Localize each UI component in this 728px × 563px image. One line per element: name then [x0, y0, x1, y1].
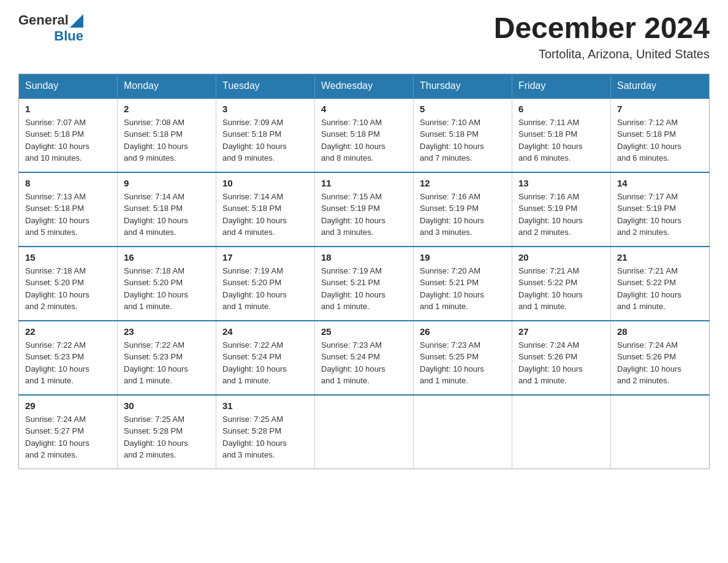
day-info: Sunrise: 7:07 AM Sunset: 5:18 PM Dayligh…: [25, 117, 111, 164]
calendar-day-cell: 28 Sunrise: 7:24 AM Sunset: 5:26 PM Dayl…: [611, 321, 710, 395]
calendar-day-cell: 10 Sunrise: 7:14 AM Sunset: 5:18 PM Dayl…: [216, 172, 315, 247]
calendar-day-cell: [315, 395, 414, 469]
day-number: 6: [518, 104, 604, 114]
calendar-table: Sunday Monday Tuesday Wednesday Thursday…: [18, 74, 710, 469]
day-number: 2: [124, 104, 210, 114]
day-number: 21: [617, 252, 703, 262]
calendar-day-cell: 2 Sunrise: 7:08 AM Sunset: 5:18 PM Dayli…: [118, 98, 216, 172]
day-info: Sunrise: 7:14 AM Sunset: 5:18 PM Dayligh…: [222, 191, 308, 239]
day-info: Sunrise: 7:16 AM Sunset: 5:19 PM Dayligh…: [420, 191, 506, 239]
day-number: 14: [617, 178, 703, 188]
calendar-day-cell: 4 Sunrise: 7:10 AM Sunset: 5:18 PM Dayli…: [315, 98, 414, 172]
day-info: Sunrise: 7:24 AM Sunset: 5:26 PM Dayligh…: [617, 339, 703, 387]
col-monday: Monday: [118, 74, 216, 98]
day-info: Sunrise: 7:14 AM Sunset: 5:18 PM Dayligh…: [124, 191, 210, 239]
day-info: Sunrise: 7:10 AM Sunset: 5:18 PM Dayligh…: [321, 117, 407, 164]
calendar-day-cell: [512, 395, 611, 469]
day-number: 29: [25, 400, 111, 411]
day-number: 9: [124, 178, 210, 188]
logo-blue-text: Blue: [54, 28, 83, 44]
day-info: Sunrise: 7:18 AM Sunset: 5:20 PM Dayligh…: [124, 265, 210, 313]
calendar-day-cell: 21 Sunrise: 7:21 AM Sunset: 5:22 PM Dayl…: [611, 247, 710, 321]
day-number: 26: [420, 326, 506, 337]
day-number: 28: [617, 326, 703, 337]
day-number: 11: [321, 178, 407, 188]
day-info: Sunrise: 7:21 AM Sunset: 5:22 PM Dayligh…: [518, 265, 604, 313]
calendar-day-cell: 18 Sunrise: 7:19 AM Sunset: 5:21 PM Dayl…: [315, 247, 414, 321]
calendar-day-cell: 17 Sunrise: 7:19 AM Sunset: 5:20 PM Dayl…: [216, 247, 315, 321]
calendar-day-cell: 23 Sunrise: 7:22 AM Sunset: 5:23 PM Dayl…: [118, 321, 216, 395]
day-info: Sunrise: 7:12 AM Sunset: 5:18 PM Dayligh…: [617, 117, 703, 164]
day-info: Sunrise: 7:22 AM Sunset: 5:23 PM Dayligh…: [25, 339, 111, 387]
logo-general-text: General: [18, 12, 69, 28]
col-thursday: Thursday: [414, 74, 512, 98]
day-info: Sunrise: 7:25 AM Sunset: 5:28 PM Dayligh…: [124, 413, 210, 461]
day-number: 10: [222, 178, 308, 188]
calendar-week-row: 29 Sunrise: 7:24 AM Sunset: 5:27 PM Dayl…: [19, 395, 710, 469]
calendar-day-cell: 31 Sunrise: 7:25 AM Sunset: 5:28 PM Dayl…: [216, 395, 315, 469]
day-number: 20: [518, 252, 604, 262]
calendar-day-cell: 27 Sunrise: 7:24 AM Sunset: 5:26 PM Dayl…: [512, 321, 611, 395]
calendar-day-cell: 11 Sunrise: 7:15 AM Sunset: 5:19 PM Dayl…: [315, 172, 414, 247]
calendar-day-cell: 24 Sunrise: 7:22 AM Sunset: 5:24 PM Dayl…: [216, 321, 315, 395]
day-number: 18: [321, 252, 407, 262]
day-info: Sunrise: 7:16 AM Sunset: 5:19 PM Dayligh…: [518, 191, 604, 239]
day-number: 13: [518, 178, 604, 188]
title-area: December 2024 Tortolita, Arizona, United…: [494, 12, 710, 61]
logo: General Blue: [18, 12, 83, 44]
day-number: 16: [124, 252, 210, 262]
day-info: Sunrise: 7:24 AM Sunset: 5:26 PM Dayligh…: [518, 339, 604, 387]
calendar-week-row: 1 Sunrise: 7:07 AM Sunset: 5:18 PM Dayli…: [19, 98, 710, 172]
day-info: Sunrise: 7:08 AM Sunset: 5:18 PM Dayligh…: [124, 117, 210, 164]
col-sunday: Sunday: [19, 74, 118, 98]
day-number: 4: [321, 104, 407, 114]
calendar-day-cell: 25 Sunrise: 7:23 AM Sunset: 5:24 PM Dayl…: [315, 321, 414, 395]
calendar-day-cell: 22 Sunrise: 7:22 AM Sunset: 5:23 PM Dayl…: [19, 321, 118, 395]
day-info: Sunrise: 7:23 AM Sunset: 5:25 PM Dayligh…: [420, 339, 506, 387]
day-number: 1: [25, 104, 111, 114]
day-info: Sunrise: 7:21 AM Sunset: 5:22 PM Dayligh…: [617, 265, 703, 313]
day-number: 31: [222, 400, 308, 411]
page-header: General Blue December 2024 Tortolita, Ar…: [18, 12, 710, 61]
calendar-day-cell: 16 Sunrise: 7:18 AM Sunset: 5:20 PM Dayl…: [118, 247, 216, 321]
calendar-day-cell: 9 Sunrise: 7:14 AM Sunset: 5:18 PM Dayli…: [118, 172, 216, 247]
calendar-day-cell: 20 Sunrise: 7:21 AM Sunset: 5:22 PM Dayl…: [512, 247, 611, 321]
calendar-day-cell: [414, 395, 512, 469]
day-info: Sunrise: 7:17 AM Sunset: 5:19 PM Dayligh…: [617, 191, 703, 239]
day-info: Sunrise: 7:15 AM Sunset: 5:19 PM Dayligh…: [321, 191, 407, 239]
svg-marker-0: [70, 14, 83, 28]
col-saturday: Saturday: [611, 74, 710, 98]
calendar-day-cell: 5 Sunrise: 7:10 AM Sunset: 5:18 PM Dayli…: [414, 98, 512, 172]
day-info: Sunrise: 7:20 AM Sunset: 5:21 PM Dayligh…: [420, 265, 506, 313]
calendar-day-cell: 1 Sunrise: 7:07 AM Sunset: 5:18 PM Dayli…: [19, 98, 118, 172]
col-wednesday: Wednesday: [315, 74, 414, 98]
day-number: 8: [25, 178, 111, 188]
day-number: 3: [222, 104, 308, 114]
day-number: 15: [25, 252, 111, 262]
calendar-day-cell: 14 Sunrise: 7:17 AM Sunset: 5:19 PM Dayl…: [611, 172, 710, 247]
location-label: Tortolita, Arizona, United States: [494, 47, 710, 61]
col-friday: Friday: [512, 74, 611, 98]
calendar-day-cell: 6 Sunrise: 7:11 AM Sunset: 5:18 PM Dayli…: [512, 98, 611, 172]
day-number: 30: [124, 400, 210, 411]
calendar-day-cell: 3 Sunrise: 7:09 AM Sunset: 5:18 PM Dayli…: [216, 98, 315, 172]
day-number: 7: [617, 104, 703, 114]
day-info: Sunrise: 7:11 AM Sunset: 5:18 PM Dayligh…: [518, 117, 604, 164]
logo-triangle-icon: [70, 14, 83, 28]
day-info: Sunrise: 7:25 AM Sunset: 5:28 PM Dayligh…: [222, 413, 308, 461]
day-info: Sunrise: 7:13 AM Sunset: 5:18 PM Dayligh…: [25, 191, 111, 239]
calendar-day-cell: 30 Sunrise: 7:25 AM Sunset: 5:28 PM Dayl…: [118, 395, 216, 469]
day-number: 19: [420, 252, 506, 262]
day-number: 12: [420, 178, 506, 188]
day-number: 17: [222, 252, 308, 262]
day-number: 5: [420, 104, 506, 114]
calendar-week-row: 22 Sunrise: 7:22 AM Sunset: 5:23 PM Dayl…: [19, 321, 710, 395]
day-info: Sunrise: 7:24 AM Sunset: 5:27 PM Dayligh…: [25, 413, 111, 461]
day-info: Sunrise: 7:09 AM Sunset: 5:18 PM Dayligh…: [222, 117, 308, 164]
day-info: Sunrise: 7:10 AM Sunset: 5:18 PM Dayligh…: [420, 117, 506, 164]
calendar-day-cell: 13 Sunrise: 7:16 AM Sunset: 5:19 PM Dayl…: [512, 172, 611, 247]
calendar-day-cell: 19 Sunrise: 7:20 AM Sunset: 5:21 PM Dayl…: [414, 247, 512, 321]
day-info: Sunrise: 7:19 AM Sunset: 5:21 PM Dayligh…: [321, 265, 407, 313]
calendar-week-row: 15 Sunrise: 7:18 AM Sunset: 5:20 PM Dayl…: [19, 247, 710, 321]
day-number: 27: [518, 326, 604, 337]
